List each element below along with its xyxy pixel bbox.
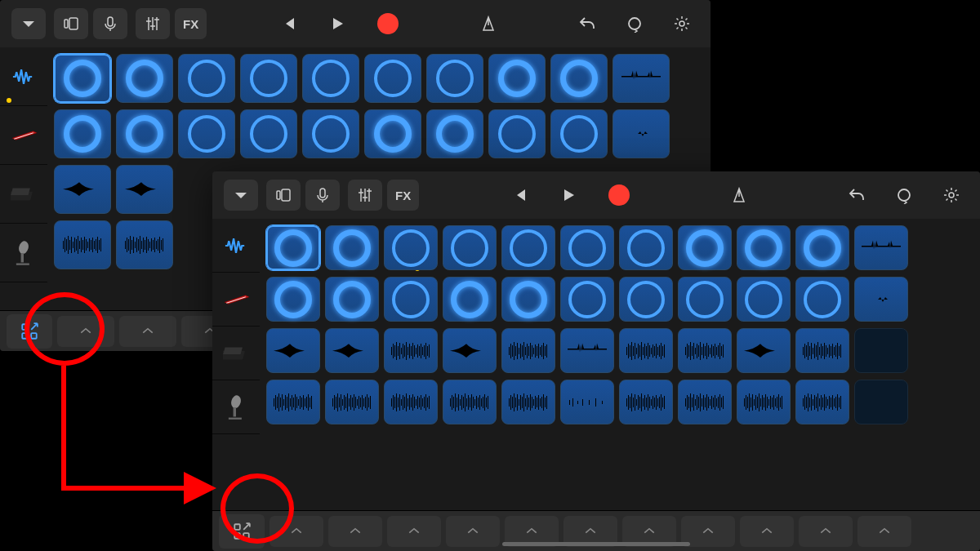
browser-button[interactable] xyxy=(224,180,258,211)
loop-cell[interactable] xyxy=(737,380,791,424)
loop-cell[interactable] xyxy=(443,380,497,424)
loop-cell[interactable] xyxy=(737,328,791,373)
loop-cell[interactable] xyxy=(678,328,732,373)
loop-button[interactable] xyxy=(887,180,921,211)
loop-cell[interactable] xyxy=(364,109,421,158)
loop-cell[interactable] xyxy=(178,109,235,158)
loop-cell[interactable] xyxy=(116,54,173,103)
loop-cell[interactable] xyxy=(854,277,908,322)
loop-cell[interactable] xyxy=(426,109,483,158)
view-toggle-button[interactable] xyxy=(266,180,301,211)
loop-cell[interactable] xyxy=(619,277,673,322)
loop-cell[interactable] xyxy=(795,380,849,424)
loop-cell[interactable] xyxy=(266,225,320,270)
view-toggle-button[interactable] xyxy=(54,8,88,39)
loop-cell[interactable] xyxy=(54,54,111,103)
loop-cell[interactable] xyxy=(619,225,673,270)
cell-edit-toggle[interactable] xyxy=(219,514,265,549)
loop-cell[interactable] xyxy=(501,277,555,322)
metronome-button[interactable] xyxy=(471,8,506,39)
track-header-audio[interactable] xyxy=(212,219,260,273)
column-trigger[interactable] xyxy=(119,316,176,347)
loop-cell[interactable] xyxy=(443,225,497,270)
record-button[interactable] xyxy=(600,180,638,211)
loop-cell[interactable] xyxy=(240,109,297,158)
loop-cell[interactable] xyxy=(54,220,111,269)
undo-button[interactable] xyxy=(570,8,604,39)
loop-cell[interactable] xyxy=(266,277,320,322)
loop-cell[interactable] xyxy=(302,54,359,103)
loop-cell[interactable] xyxy=(325,328,379,373)
loop-cell[interactable] xyxy=(384,277,438,322)
play-button[interactable] xyxy=(320,8,354,39)
undo-button[interactable] xyxy=(840,180,874,211)
cell-edit-toggle[interactable] xyxy=(7,314,52,349)
loop-cell[interactable] xyxy=(612,54,670,103)
track-header-synth[interactable] xyxy=(0,165,47,224)
loop-cell[interactable] xyxy=(795,277,849,322)
loop-cell[interactable] xyxy=(240,54,297,103)
loop-cell[interactable] xyxy=(612,109,670,158)
loop-cell[interactable] xyxy=(560,225,614,270)
loop-cell[interactable] xyxy=(737,225,791,270)
loop-cell[interactable] xyxy=(443,277,497,322)
loop-cell[interactable] xyxy=(488,109,546,158)
loop-cell[interactable] xyxy=(678,225,732,270)
loop-cell[interactable] xyxy=(854,380,908,424)
mic-button[interactable] xyxy=(93,8,127,39)
loop-cell[interactable] xyxy=(266,380,320,424)
track-header-mic[interactable] xyxy=(212,380,260,434)
loop-cell[interactable] xyxy=(501,328,555,373)
loop-cell[interactable] xyxy=(426,54,483,103)
loop-cell[interactable] xyxy=(266,328,320,373)
column-trigger[interactable] xyxy=(57,316,114,347)
loop-cell[interactable] xyxy=(501,380,555,424)
rewind-button[interactable] xyxy=(271,8,305,39)
column-trigger[interactable] xyxy=(270,516,323,547)
record-button[interactable] xyxy=(369,8,407,39)
loop-cell[interactable] xyxy=(560,277,614,322)
settings-button[interactable] xyxy=(934,180,969,211)
rewind-button[interactable] xyxy=(502,180,537,211)
loop-cell[interactable] xyxy=(384,225,438,270)
loop-cell[interactable] xyxy=(560,328,614,373)
track-header-audio[interactable] xyxy=(0,47,47,106)
loop-cell[interactable] xyxy=(116,220,173,269)
track-header-synth[interactable] xyxy=(212,327,260,380)
browser-button[interactable] xyxy=(11,8,46,39)
column-trigger[interactable] xyxy=(858,516,911,547)
loop-cell[interactable] xyxy=(619,328,673,373)
loop-cell[interactable] xyxy=(384,380,438,424)
loop-cell[interactable] xyxy=(619,380,673,424)
loop-cell[interactable] xyxy=(488,54,546,103)
fx-button[interactable]: FX xyxy=(175,8,207,39)
loop-cell[interactable] xyxy=(325,225,379,270)
loop-cell[interactable] xyxy=(560,380,614,424)
loop-cell[interactable] xyxy=(325,380,379,424)
loop-cell[interactable] xyxy=(325,277,379,322)
loop-cell[interactable] xyxy=(550,54,608,103)
settings-button[interactable] xyxy=(665,8,699,39)
loop-cell[interactable] xyxy=(54,165,111,214)
loop-cell[interactable] xyxy=(678,380,732,424)
loop-cell[interactable] xyxy=(364,54,421,103)
loop-cell[interactable] xyxy=(116,165,173,214)
loop-cell[interactable] xyxy=(737,277,791,322)
loop-cell[interactable] xyxy=(54,109,111,158)
track-header-mic[interactable] xyxy=(0,224,47,282)
mixer-button[interactable] xyxy=(136,8,170,39)
loop-button[interactable] xyxy=(617,8,652,39)
loop-cell[interactable] xyxy=(501,225,555,270)
home-indicator[interactable] xyxy=(502,542,690,546)
mic-button[interactable] xyxy=(305,180,340,211)
loop-cell[interactable] xyxy=(178,54,235,103)
loop-cell[interactable] xyxy=(443,328,497,373)
column-trigger[interactable] xyxy=(446,516,500,547)
loop-cell[interactable] xyxy=(854,328,908,373)
loop-cell[interactable] xyxy=(678,277,732,322)
loop-cell[interactable] xyxy=(550,109,608,158)
loop-cell[interactable] xyxy=(854,225,908,270)
metronome-button[interactable] xyxy=(722,180,756,211)
mixer-button[interactable] xyxy=(348,180,382,211)
column-trigger[interactable] xyxy=(799,516,853,547)
